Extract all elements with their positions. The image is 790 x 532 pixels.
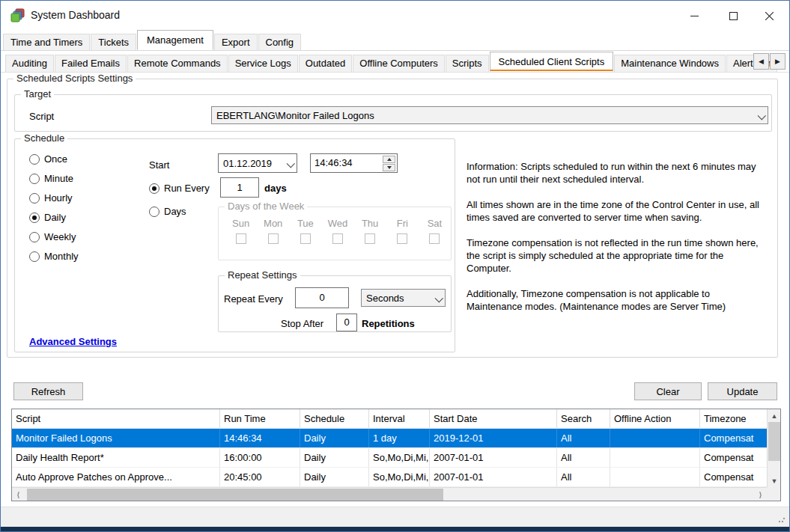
maximize-button[interactable]	[716, 1, 750, 31]
update-button[interactable]: Update	[708, 382, 777, 400]
tab-tickets[interactable]: Tickets	[91, 34, 136, 50]
day-label-sat: Sat	[428, 218, 443, 229]
vertical-scroll-thumb[interactable]	[768, 422, 780, 461]
script-combobox[interactable]: EBERTLANG\Monitor Failed Logons	[211, 106, 768, 124]
app-icon	[10, 8, 26, 23]
schedule-group-title: Schedule	[21, 132, 67, 144]
column-header-start-date[interactable]: Start Date	[430, 409, 557, 429]
horizontal-scrollbar[interactable]: ⟨ ⟩	[12, 487, 767, 501]
info-paragraph-3: Timezone compensation is not reflected i…	[467, 236, 768, 275]
column-header-timezone[interactable]: Timezone	[700, 409, 767, 429]
target-group-title: Target	[21, 88, 54, 100]
scroll-right-icon[interactable]: ⟩	[754, 488, 767, 501]
column-header-schedule[interactable]: Schedule	[300, 409, 369, 429]
tab-auditing[interactable]: Auditing	[5, 55, 54, 72]
window-bottom-edge	[1, 527, 789, 532]
repeat-unit-combobox[interactable]: Seconds	[361, 289, 446, 307]
repeat-unit-value: Seconds	[366, 293, 404, 304]
day-label-thu: Thu	[362, 218, 378, 229]
radio-days-label: Days	[164, 206, 186, 217]
radio-run-every-label: Run Every	[164, 183, 210, 194]
refresh-button[interactable]: Refresh	[13, 382, 83, 400]
repeat-settings-title: Repeat Settings	[225, 269, 300, 281]
chevron-down-icon	[435, 294, 443, 302]
tab-failed-emails[interactable]: Failed Emails	[55, 55, 127, 72]
days-of-week-group: Days of the Week Sun Mon Tue Wed Thu Fri…	[218, 207, 452, 260]
radio-monthly[interactable]: Monthly	[29, 251, 79, 262]
column-header-run-time[interactable]: Run Time	[220, 409, 300, 429]
status-bar	[1, 507, 789, 527]
scroll-up-icon[interactable]: ▲	[768, 409, 781, 422]
column-header-offline-action[interactable]: Offline Action	[610, 409, 700, 429]
day-label-fri: Fri	[397, 218, 408, 229]
horizontal-scroll-thumb[interactable]	[27, 489, 443, 501]
checkbox-sat	[429, 233, 440, 244]
tab-scripts[interactable]: Scripts	[446, 55, 489, 72]
checkbox-mon	[268, 233, 279, 244]
script-combobox-value: EBERTLANG\Monitor Failed Logons	[216, 110, 374, 121]
radio-hourly-icon	[29, 193, 40, 204]
radio-run-every-icon	[149, 183, 159, 194]
close-button[interactable]	[752, 1, 786, 31]
start-label: Start	[149, 159, 169, 171]
radio-minute[interactable]: Minute	[29, 173, 73, 184]
minimize-button[interactable]	[677, 1, 711, 31]
table-row[interactable]: Monitor Failed Logons 14:46:34 Daily 1 d…	[12, 429, 780, 448]
radio-monthly-label: Monthly	[44, 251, 79, 262]
tab-scroll-right-icon[interactable]: ▶	[770, 53, 786, 70]
radio-daily[interactable]: Daily	[29, 212, 66, 223]
scrollbar-corner	[767, 487, 780, 501]
information-text: Information: Scripts scheduled to run wi…	[467, 160, 768, 325]
start-time-spinner[interactable]: 14:46:34	[310, 153, 398, 173]
chevron-down-icon	[287, 159, 295, 168]
info-paragraph-2: All times shown are in the time zone of …	[467, 198, 768, 224]
checkbox-sun	[236, 233, 246, 244]
secondary-tab-strip: Auditing Failed Emails Remote Commands S…	[1, 52, 789, 73]
clear-button[interactable]: Clear	[634, 382, 702, 400]
radio-weekly-label: Weekly	[44, 231, 76, 242]
tab-remote-commands[interactable]: Remote Commands	[127, 55, 228, 72]
run-every-input[interactable]: 1	[220, 177, 259, 198]
tab-time-and-timers[interactable]: Time and Timers	[3, 34, 90, 50]
column-header-search[interactable]: Search	[557, 409, 610, 429]
tab-management[interactable]: Management	[137, 30, 213, 50]
spin-up-icon[interactable]	[383, 156, 395, 163]
checkbox-thu	[365, 233, 375, 244]
repeat-every-input[interactable]: 0	[295, 287, 349, 308]
tab-config[interactable]: Config	[258, 34, 302, 50]
resize-grip-icon[interactable]	[778, 516, 786, 523]
radio-once[interactable]: Once	[29, 153, 67, 165]
script-label: Script	[29, 111, 54, 122]
radio-days[interactable]: Days	[149, 206, 186, 217]
radio-run-every[interactable]: Run Every	[149, 183, 210, 194]
tab-outdated[interactable]: Outdated	[299, 55, 353, 72]
primary-tab-strip: Time and Timers Tickets Management Expor…	[1, 31, 789, 51]
tab-scroll-left-icon[interactable]: ◀	[753, 53, 769, 70]
column-header-interval[interactable]: Interval	[369, 409, 430, 429]
scroll-down-icon[interactable]: ▼	[768, 474, 781, 487]
table-row[interactable]: Daily Health Report* 16:00:00 Daily So,M…	[12, 448, 780, 468]
info-paragraph-4: Additionally, Timezone compensation is n…	[467, 287, 768, 313]
tab-scheduled-client-scripts[interactable]: Scheduled Client Scripts	[490, 52, 614, 72]
stop-after-input[interactable]: 0	[336, 314, 357, 331]
window-title: System Dashboard	[31, 9, 120, 21]
table-row[interactable]: Auto Approve Patches on Approve... 20:45…	[12, 468, 780, 487]
radio-weekly-icon	[29, 232, 40, 242]
scheduled-scripts-table: Script Run Time Schedule Interval Start …	[11, 409, 781, 501]
advanced-settings-link[interactable]: Advanced Settings	[29, 336, 117, 347]
vertical-scrollbar[interactable]: ▲ ▼	[767, 409, 780, 487]
tab-offline-computers[interactable]: Offline Computers	[353, 55, 445, 72]
start-time-value: 14:46:34	[315, 157, 353, 168]
start-date-picker[interactable]: 01.12.2019	[218, 153, 297, 173]
scroll-left-icon[interactable]: ⟨	[12, 488, 25, 501]
days-of-week-title: Days of the Week	[225, 201, 307, 212]
tab-export[interactable]: Export	[214, 34, 258, 50]
tab-service-logs[interactable]: Service Logs	[228, 55, 298, 72]
spin-down-icon[interactable]	[383, 164, 395, 171]
tab-maintenance-windows[interactable]: Maintenance Windows	[614, 55, 726, 72]
day-label-wed: Wed	[328, 218, 348, 229]
radio-weekly[interactable]: Weekly	[29, 231, 76, 242]
column-header-script[interactable]: Script	[12, 409, 220, 429]
radio-hourly[interactable]: Hourly	[29, 192, 73, 204]
radio-minute-icon	[29, 174, 40, 184]
